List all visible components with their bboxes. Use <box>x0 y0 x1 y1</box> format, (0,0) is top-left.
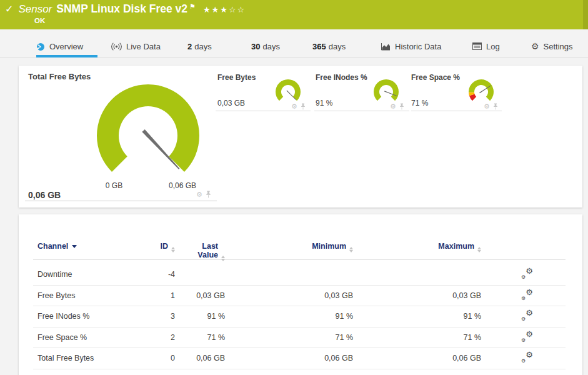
column-header-maximum[interactable]: Maximum <box>353 242 481 261</box>
tab-label: days <box>329 42 346 51</box>
channel-settings-icon[interactable]: ⚙⚙ <box>521 353 533 363</box>
tab-log[interactable]: Log <box>472 29 500 58</box>
channel-id: 2 <box>133 333 175 342</box>
channel-name: Downtime <box>33 270 133 279</box>
mini-gauge-title-free-space: Free Space % <box>411 73 460 82</box>
channel-settings-icon[interactable]: ⚙⚙ <box>521 291 533 301</box>
gauge-scale-min: 0 GB <box>94 181 134 190</box>
mini-gauge-value: 71 % <box>411 99 428 108</box>
table-row-free-space: Free Space % 2 71 % 71 % 71 % ⚙⚙ <box>33 328 566 349</box>
channel-maximum: 0,03 GB <box>353 291 481 300</box>
area-chart-icon <box>381 42 391 51</box>
column-label: Last Value <box>191 242 218 259</box>
tab-overview[interactable]: Overview <box>36 29 97 58</box>
tab-settings[interactable]: ⚙ Settings <box>531 29 573 58</box>
mini-cell-rule <box>314 111 409 111</box>
channel-last-value: 0,03 GB <box>175 291 225 300</box>
channel-settings-icon[interactable]: ⚙⚙ <box>521 269 533 279</box>
column-header-last-value[interactable]: Last Value <box>175 242 225 261</box>
tab-30-days[interactable]: 30 days <box>251 29 280 58</box>
tab-number: 2 <box>187 42 192 51</box>
gauges-panel: Total Free Bytes 0 GB 0,06 GB 0,06 GB ⚙ … <box>19 66 582 208</box>
gauge-settings-icon[interactable]: ⚙ <box>484 103 490 110</box>
primary-cell-rule <box>25 201 217 201</box>
mini-gauge-actions: ⚙ <box>484 103 498 110</box>
channel-maximum: 71 % <box>353 333 481 342</box>
table-row-free-inodes: Free INodes % 3 91 % 91 % 91 % ⚙⚙ <box>33 306 566 328</box>
channel-maximum: 91 % <box>353 312 481 321</box>
pin-icon[interactable] <box>399 103 404 110</box>
tab-label: Live Data <box>126 42 161 51</box>
stars-empty: ☆☆ <box>229 5 246 14</box>
channel-name: Total Free Bytes <box>33 354 133 362</box>
channel-id: 0 <box>133 354 175 362</box>
mini-gauge-title-free-inodes: Free INodes % <box>316 73 367 82</box>
mini-cell-rule <box>216 111 311 111</box>
pin-icon[interactable] <box>206 191 211 198</box>
gauge-settings-icon[interactable]: ⚙ <box>390 103 396 110</box>
sensor-status-banner: ✓ Sensor SNMP Linux Disk Free v2 ⚑ ★★★☆☆… <box>0 0 588 29</box>
gauge-scale-max: 0,06 GB <box>161 181 204 190</box>
sensor-name: SNMP Linux Disk Free v2 <box>56 2 187 16</box>
mini-gauge-value: 91 % <box>316 99 332 108</box>
channel-id: 1 <box>133 291 175 300</box>
channel-minimum: 0,06 GB <box>225 354 353 362</box>
table-row-total-free-bytes: Total Free Bytes 0 0,06 GB 0,06 GB 0,06 … <box>33 348 566 369</box>
live-data-icon <box>111 42 122 51</box>
mini-gauge-free-inodes <box>372 78 401 106</box>
stars-filled: ★★★ <box>203 5 229 14</box>
table-row-free-bytes: Free Bytes 1 0,03 GB 0,03 GB 0,03 GB ⚙⚙ <box>33 286 566 307</box>
column-label: ID <box>161 242 169 251</box>
gauge-settings-icon[interactable]: ⚙ <box>291 103 297 110</box>
primary-gauge <box>95 82 201 176</box>
mini-gauge-free-space <box>467 78 496 106</box>
settings-gear-icon: ⚙ <box>531 41 539 51</box>
table-row-downtime: Downtime -4 ⚙⚙ <box>33 264 566 286</box>
channel-name: Free Bytes <box>33 291 133 300</box>
channel-last-value: 71 % <box>175 333 225 342</box>
gauge-icon <box>36 42 45 51</box>
tab-live-data[interactable]: Live Data <box>111 29 161 58</box>
channel-minimum: 71 % <box>225 333 353 342</box>
status-badge: OK <box>34 17 45 24</box>
prtg-sensor-page: ✓ Sensor SNMP Linux Disk Free v2 ⚑ ★★★☆☆… <box>0 0 588 375</box>
tab-2-days[interactable]: 2 days <box>187 29 212 58</box>
channels-table-panel: Channel ID Last Value Minimum Maximum Do… <box>19 214 582 375</box>
mini-gauge-title-free-bytes: Free Bytes <box>217 73 256 82</box>
tab-label: Log <box>486 42 500 51</box>
flag-icon[interactable]: ⚑ <box>189 2 196 11</box>
tab-label: Historic Data <box>395 42 441 51</box>
column-label: Channel <box>37 242 68 251</box>
banner-edge-shade <box>583 0 588 29</box>
column-header-minimum[interactable]: Minimum <box>225 242 353 261</box>
pin-icon[interactable] <box>301 103 306 110</box>
column-label: Maximum <box>438 242 474 251</box>
channel-id: -4 <box>133 270 175 279</box>
primary-gauge-actions: ⚙ <box>196 191 211 198</box>
gauge-settings-icon[interactable]: ⚙ <box>196 191 202 198</box>
tab-365-days[interactable]: 365 days <box>312 29 346 58</box>
column-header-channel[interactable]: Channel <box>33 242 133 261</box>
mini-gauge-value: 0,03 GB <box>217 99 245 108</box>
channel-maximum: 0,06 GB <box>353 354 481 362</box>
channel-settings-icon[interactable]: ⚙⚙ <box>521 311 533 321</box>
channel-minimum: 0,03 GB <box>225 291 353 300</box>
pin-icon[interactable] <box>493 103 498 110</box>
column-header-id[interactable]: ID <box>133 242 175 261</box>
column-label: Minimum <box>312 242 346 251</box>
mini-gauge-actions: ⚙ <box>390 103 404 110</box>
channel-id: 3 <box>133 312 175 321</box>
mini-gauge-actions: ⚙ <box>291 103 306 110</box>
tab-historic-data[interactable]: Historic Data <box>381 29 441 58</box>
channel-settings-icon[interactable]: ⚙⚙ <box>521 332 533 342</box>
channels-table-header: Channel ID Last Value Minimum Maximum <box>33 239 566 260</box>
channel-last-value: 91 % <box>175 312 225 321</box>
mini-cell-rule <box>411 111 502 111</box>
priority-stars[interactable]: ★★★☆☆ <box>203 5 246 14</box>
channel-name: Free INodes % <box>33 312 133 321</box>
channel-last-value: 0,06 GB <box>175 354 225 362</box>
mini-gauge-free-bytes <box>274 78 302 106</box>
status-check-icon: ✓ <box>5 3 13 15</box>
sensor-title-line: ✓ Sensor SNMP Linux Disk Free v2 ⚑ ★★★☆☆ <box>5 2 246 16</box>
tab-label: Overview <box>49 42 83 51</box>
